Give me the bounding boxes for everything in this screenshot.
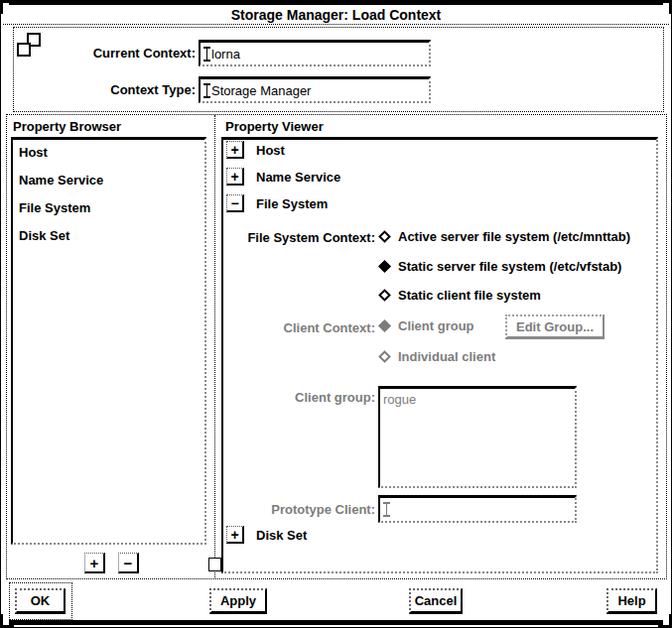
ok-button[interactable]: OK [15,588,66,614]
radio-individual-client: Individual client [380,349,495,364]
prototype-client-input [378,495,577,523]
viewer-node-label: Name Service [256,170,340,185]
radio-diamond-icon [378,350,391,363]
radio-active-server-fs[interactable]: Active server file system (/etc/mnttab) [380,229,630,244]
text-cursor-icon [383,502,390,517]
current-context-value: lorna [211,47,240,62]
viewer-node-name-service: + Name Service [226,168,340,186]
browser-add-button[interactable]: + [84,553,105,573]
edit-group-button: Edit Group... [505,314,605,339]
browser-item-host[interactable]: Host [19,145,48,160]
browser-remove-button[interactable]: − [118,553,139,573]
client-group-value: rogue [383,392,416,407]
pane-divider [214,115,215,577]
radio-label: Static server file system (/etc/vfstab) [398,259,621,274]
radio-label: Client group [398,318,474,333]
client-context-label: Client Context: [223,320,375,335]
window-pushpin-icon [17,33,41,57]
radio-label: Individual client [398,349,495,364]
prototype-client-label: Prototype Client: [223,502,375,517]
pane-divider-handle[interactable] [208,558,221,571]
property-browser-title: Property Browser [13,119,121,134]
expand-icon[interactable]: + [226,168,244,186]
expand-icon[interactable]: + [226,526,244,544]
apply-button[interactable]: Apply [209,588,267,614]
text-cursor-icon [203,83,210,98]
client-group-textarea: rogue [378,386,577,488]
current-context-input[interactable]: lorna [199,40,431,66]
file-system-context-label: File System Context: [223,230,375,245]
radio-label: Active server file system (/etc/mnttab) [398,229,630,244]
radio-static-server-fs[interactable]: Static server file system (/etc/vfstab) [380,259,621,274]
viewer-node-label: File System [256,196,328,211]
context-type-value: Storage Manager [211,83,311,98]
window-bottom-edge [9,620,663,625]
viewer-node-disk-set: + Disk Set [226,526,307,544]
radio-diamond-icon[interactable] [378,260,391,273]
stacked-window-front-icon [17,43,31,57]
context-type-label: Context Type: [61,82,196,97]
browser-item-file-system[interactable]: File System [19,200,90,215]
radio-static-client-fs[interactable]: Static client file system [380,288,541,303]
titlebar-separator [3,24,669,25]
property-browser-list[interactable] [11,137,206,545]
browser-item-name-service[interactable]: Name Service [19,173,103,188]
help-button[interactable]: Help [606,588,657,614]
viewer-node-file-system: − File System [226,194,328,212]
viewer-node-label: Disk Set [256,528,307,543]
viewer-node-host: + Host [226,141,285,159]
radio-diamond-icon[interactable] [378,230,391,243]
collapse-icon[interactable]: − [226,194,244,212]
cancel-button[interactable]: Cancel [409,588,463,614]
radio-client-group: Client group [380,318,474,333]
browser-item-disk-set[interactable]: Disk Set [19,228,69,243]
context-type-input[interactable]: Storage Manager [199,76,431,103]
client-group-label: Client group: [223,390,375,405]
radio-diamond-icon [378,319,391,332]
load-context-dialog: Storage Manager: Load Context Current Co… [0,0,672,628]
text-cursor-icon [203,47,210,62]
property-viewer-title: Property Viewer [225,119,324,134]
radio-diamond-icon[interactable] [378,289,391,302]
radio-label: Static client file system [398,288,541,303]
viewer-node-label: Host [256,143,285,158]
window-top-edge [9,1,663,5]
current-context-label: Current Context: [61,46,196,61]
window-title: Storage Manager: Load Context [1,7,671,23]
expand-icon[interactable]: + [226,141,244,159]
